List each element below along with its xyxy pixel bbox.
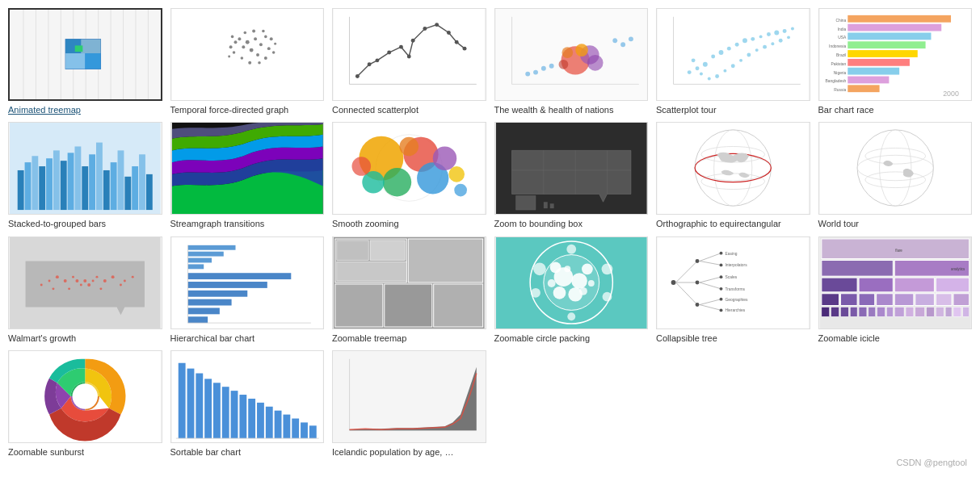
svg-rect-292 bbox=[962, 307, 969, 316]
svg-point-51 bbox=[411, 39, 415, 43]
svg-point-23 bbox=[238, 37, 241, 40]
svg-rect-306 bbox=[239, 395, 246, 438]
item-streamgraph[interactable]: Streamgraph transitions bbox=[170, 122, 325, 229]
svg-point-39 bbox=[258, 61, 261, 65]
svg-point-234 bbox=[567, 312, 575, 320]
thumb-temporal-force bbox=[170, 8, 325, 101]
label-sunburst: Zoomable sunburst bbox=[8, 446, 162, 458]
thumb-wealth-health bbox=[494, 8, 649, 101]
svg-rect-202 bbox=[187, 299, 231, 305]
svg-point-48 bbox=[387, 51, 391, 55]
svg-point-193 bbox=[132, 275, 134, 278]
svg-point-187 bbox=[111, 275, 115, 278]
svg-rect-197 bbox=[187, 257, 211, 262]
svg-text:Bangladesh: Bangladesh bbox=[825, 79, 846, 83]
item-scatterplot-tour[interactable]: Scatterplot tour bbox=[656, 8, 810, 115]
svg-rect-215 bbox=[337, 262, 406, 281]
watermark-text: CSDN @pengtool bbox=[896, 458, 967, 466]
svg-rect-131 bbox=[68, 153, 74, 211]
svg-rect-288 bbox=[926, 307, 934, 316]
svg-text:Interpolators: Interpolators bbox=[725, 263, 747, 267]
item-bar-chart-race[interactable]: China India USA Indonesia Brazil Pakista… bbox=[818, 8, 973, 115]
item-smooth-zoom[interactable]: Smooth zooming bbox=[332, 122, 486, 229]
svg-rect-304 bbox=[221, 387, 229, 438]
thumb-circlepack bbox=[494, 236, 649, 329]
svg-rect-263 bbox=[821, 260, 892, 276]
label-smooth-zoom: Smooth zooming bbox=[332, 218, 486, 229]
svg-point-52 bbox=[423, 27, 427, 31]
item-sunburst[interactable]: Zoomable sunburst bbox=[8, 350, 162, 458]
item-circlepack[interactable]: Zoomable circle packing bbox=[494, 236, 649, 344]
svg-rect-203 bbox=[187, 308, 219, 314]
svg-text:Pakistan: Pakistan bbox=[831, 62, 846, 66]
svg-point-86 bbox=[751, 37, 755, 41]
svg-point-229 bbox=[533, 262, 546, 275]
item-sortbar[interactable]: Sortable bar chart bbox=[170, 350, 325, 458]
svg-point-87 bbox=[759, 35, 763, 38]
svg-rect-73 bbox=[658, 9, 809, 100]
svg-rect-290 bbox=[945, 307, 952, 316]
item-hierbar[interactable]: Hierarchical bar chart bbox=[170, 236, 325, 344]
svg-point-100 bbox=[771, 42, 774, 45]
thumb-streamgraph bbox=[170, 122, 325, 215]
svg-point-35 bbox=[240, 56, 243, 60]
svg-point-45 bbox=[355, 74, 360, 78]
thumb-stacked-grouped bbox=[8, 122, 162, 215]
item-icicle[interactable]: flare analytics Zoomable icicle bbox=[818, 236, 973, 344]
svg-point-241 bbox=[696, 280, 700, 284]
svg-rect-128 bbox=[46, 159, 53, 211]
svg-rect-303 bbox=[212, 383, 220, 438]
svg-point-18 bbox=[245, 40, 249, 44]
label-streamgraph: Streamgraph transitions bbox=[170, 218, 325, 229]
item-temporal-force[interactable]: Temporal force-directed graph bbox=[170, 8, 325, 115]
svg-point-29 bbox=[243, 31, 246, 35]
svg-rect-280 bbox=[850, 307, 857, 316]
item-orthographic[interactable]: Orthographic to equirectangular bbox=[656, 122, 810, 229]
item-wealth-health[interactable]: The wealth & health of nations bbox=[494, 8, 649, 115]
svg-point-37 bbox=[230, 36, 233, 39]
item-iceland[interactable]: Icelandic population by age, … bbox=[332, 350, 486, 458]
svg-point-182 bbox=[103, 279, 107, 282]
svg-rect-301 bbox=[196, 373, 203, 438]
svg-point-26 bbox=[256, 53, 259, 56]
svg-rect-286 bbox=[906, 307, 914, 316]
svg-point-155 bbox=[454, 184, 467, 197]
svg-point-240 bbox=[696, 259, 700, 263]
item-ztreemap[interactable]: Zoomable treemap bbox=[332, 236, 486, 344]
svg-rect-276 bbox=[953, 293, 969, 305]
item-world-tour[interactable]: World tour bbox=[818, 122, 973, 229]
svg-rect-108 bbox=[848, 50, 917, 57]
svg-point-192 bbox=[40, 283, 43, 286]
svg-point-223 bbox=[582, 263, 593, 274]
item-zoom-bbox[interactable]: Zoom to bounding box bbox=[494, 122, 649, 229]
svg-point-179 bbox=[75, 279, 78, 282]
item-animated-treemap[interactable]: Animated treemap bbox=[8, 8, 162, 115]
svg-rect-17 bbox=[171, 9, 322, 100]
svg-point-250 bbox=[720, 263, 723, 266]
svg-point-80 bbox=[692, 58, 696, 62]
label-walmart: Walmart's growth bbox=[8, 333, 162, 344]
svg-rect-281 bbox=[859, 307, 867, 316]
svg-point-181 bbox=[96, 275, 99, 278]
label-ztreemap: Zoomable treemap bbox=[332, 333, 486, 344]
svg-point-53 bbox=[435, 23, 439, 27]
item-stacked-grouped[interactable]: Stacked-to-grouped bars bbox=[8, 122, 162, 229]
svg-point-49 bbox=[399, 45, 403, 49]
svg-rect-112 bbox=[848, 85, 879, 92]
svg-rect-204 bbox=[187, 316, 208, 323]
svg-rect-124 bbox=[18, 170, 24, 210]
svg-point-64 bbox=[562, 47, 573, 58]
item-colltree[interactable]: Easing Interpolators Scales Transforms G… bbox=[656, 236, 810, 344]
svg-point-242 bbox=[696, 303, 700, 307]
svg-point-63 bbox=[587, 55, 603, 71]
svg-rect-106 bbox=[848, 32, 931, 40]
label-colltree: Collapsible tree bbox=[656, 333, 810, 344]
item-walmart[interactable]: Walmart's growth bbox=[8, 236, 162, 344]
thumb-sunburst bbox=[8, 350, 162, 443]
svg-point-89 bbox=[774, 31, 779, 36]
svg-point-32 bbox=[269, 37, 272, 40]
item-connected-scatter[interactable]: Connected scatterplot bbox=[332, 8, 486, 115]
svg-rect-269 bbox=[821, 293, 839, 305]
svg-rect-272 bbox=[876, 293, 893, 305]
svg-point-41 bbox=[274, 43, 276, 45]
